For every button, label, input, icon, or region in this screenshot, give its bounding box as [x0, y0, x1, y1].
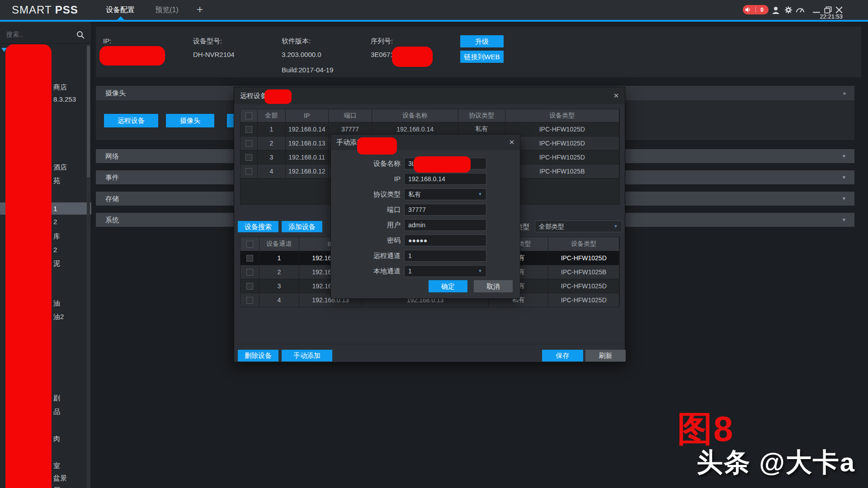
- chevron-down-icon: ▼: [842, 192, 846, 206]
- cell: 192.168.0.14: [286, 122, 329, 136]
- field-value: admin: [408, 220, 425, 230]
- search-placeholder: 搜索..: [6, 31, 23, 39]
- row-checkbox-cell: [241, 122, 258, 136]
- search-box[interactable]: 搜索..: [0, 27, 91, 44]
- accordion-label: 系统: [105, 213, 119, 227]
- device-search-button[interactable]: 设备搜索: [238, 221, 278, 232]
- field-select[interactable]: 1▼: [404, 265, 486, 277]
- title-bar: SMART PSS 设备配置 预览(1) + 0: [0, 0, 868, 20]
- alarm-count-badge: 0: [760, 7, 766, 13]
- row-checkbox[interactable]: [246, 283, 253, 290]
- cell: 2: [259, 265, 299, 279]
- cell: 1: [258, 122, 286, 136]
- row-checkbox[interactable]: [245, 154, 252, 161]
- device-type-filter-dropdown[interactable]: 全部类型 ▼: [535, 221, 622, 232]
- add-device-button[interactable]: 添加设备: [282, 221, 322, 232]
- redaction-block: [392, 47, 433, 67]
- network-speed-icon[interactable]: [796, 6, 805, 14]
- camera-button[interactable]: 摄像头: [166, 114, 214, 127]
- redaction-block: [357, 137, 397, 155]
- tab-preview[interactable]: 预览(1): [149, 0, 184, 20]
- row-checkbox[interactable]: [245, 126, 252, 133]
- version-build: Build:2017-04-19: [282, 66, 333, 74]
- cancel-button[interactable]: 取消: [474, 280, 513, 292]
- chevron-down-icon: ▼: [842, 170, 846, 184]
- header-cell: IP: [286, 109, 329, 122]
- row-checkbox[interactable]: [246, 297, 253, 304]
- model-label: 设备型号:: [193, 37, 222, 46]
- search-icon[interactable]: [76, 30, 85, 39]
- field-label: 设备名称: [337, 158, 401, 169]
- refresh-button[interactable]: 刷新: [585, 350, 626, 361]
- header-cell: 设备名称: [372, 109, 458, 122]
- credit-watermark: 头条 @大卡a: [697, 445, 855, 480]
- row-checkbox[interactable]: [245, 168, 252, 175]
- field-select[interactable]: 私有▼: [404, 188, 486, 200]
- gear-icon[interactable]: [784, 6, 793, 14]
- user-icon[interactable]: [771, 6, 780, 14]
- header-checkbox-cell: [241, 237, 259, 251]
- select-all-checkbox[interactable]: [245, 113, 252, 119]
- cell: IPC-HFW1025D: [548, 293, 619, 307]
- clock: 22:21:53: [820, 13, 843, 20]
- redaction-block: [5, 44, 52, 488]
- field-value: 私有: [408, 189, 421, 200]
- field-label: 端口: [337, 204, 401, 216]
- new-tab-button[interactable]: +: [194, 0, 205, 20]
- field-label: 远程通道: [337, 250, 401, 262]
- delete-device-button[interactable]: 删除设备: [238, 350, 278, 361]
- cell: 3: [258, 150, 286, 164]
- row-checkbox-cell: [241, 279, 259, 293]
- row-checkbox[interactable]: [245, 140, 252, 147]
- ok-button[interactable]: 确定: [429, 280, 467, 292]
- field-input[interactable]: ●●●●●: [404, 235, 486, 246]
- chevron-down-icon: ▼: [478, 189, 482, 200]
- field-value: 192.168.0.14: [408, 174, 445, 184]
- field-value: 1: [408, 250, 412, 261]
- model-value: DH-NVR2104: [193, 51, 235, 58]
- row-checkbox-cell: [241, 136, 258, 150]
- row-checkbox[interactable]: [246, 255, 253, 262]
- cell: IPC-HFW1025D: [548, 251, 619, 265]
- pill-divider: [755, 7, 756, 13]
- cell: 192.168.0.11: [286, 150, 329, 164]
- field-input[interactable]: admin: [404, 219, 486, 231]
- header-cell: 全部: [258, 109, 286, 122]
- sidebar-scrollbar-thumb[interactable]: [87, 46, 90, 177]
- active-tab-indicator: [117, 16, 124, 20]
- alarm-indicator[interactable]: 0: [743, 5, 769, 14]
- filter-selected-value: 全部类型: [539, 221, 564, 232]
- speaker-icon: [745, 7, 751, 13]
- chevron-down-icon: ▼: [842, 149, 846, 163]
- upgrade-button[interactable]: 升级: [460, 35, 504, 47]
- header-cell: 设备通道: [259, 237, 299, 251]
- select-all-checkbox[interactable]: [246, 241, 253, 248]
- field-label: 协议类型: [337, 188, 401, 200]
- manual-add-button[interactable]: 手动添加: [282, 350, 332, 361]
- close-icon[interactable]: ✕: [611, 91, 621, 101]
- chevron-down-icon: ▼: [613, 221, 618, 232]
- field-input[interactable]: 1: [404, 250, 486, 262]
- cell: IPC-HFW1025D: [505, 122, 619, 136]
- field-input[interactable]: 192.168.0.14: [404, 173, 486, 185]
- field-value: ●●●●●: [408, 235, 427, 246]
- logo-text-bold: PSS: [55, 4, 78, 16]
- cell: 192.168.0.13: [286, 136, 329, 150]
- field-label: 本地通道: [337, 265, 401, 277]
- field-input[interactable]: 37777: [404, 204, 486, 216]
- redaction-block: [264, 89, 292, 104]
- save-button[interactable]: 保存: [542, 350, 583, 361]
- cell: IPC-HFW1025B: [505, 164, 619, 178]
- remote-device-button[interactable]: 远程设备: [104, 114, 158, 127]
- cell: 4: [259, 293, 299, 307]
- app-logo: SMART PSS: [12, 0, 78, 20]
- row-checkbox[interactable]: [246, 269, 253, 276]
- close-icon[interactable]: ✕: [507, 137, 517, 147]
- field-label: 密码: [337, 235, 401, 246]
- cell: IPC-HFW1025D: [505, 150, 619, 164]
- redaction-block: [99, 46, 165, 66]
- serial-value: 3E0671: [371, 51, 394, 58]
- link-to-web-button[interactable]: 链接到WEB: [460, 51, 504, 63]
- cell: IPC-HFW1025D: [548, 279, 619, 293]
- serial-label: 序列号:: [371, 37, 393, 46]
